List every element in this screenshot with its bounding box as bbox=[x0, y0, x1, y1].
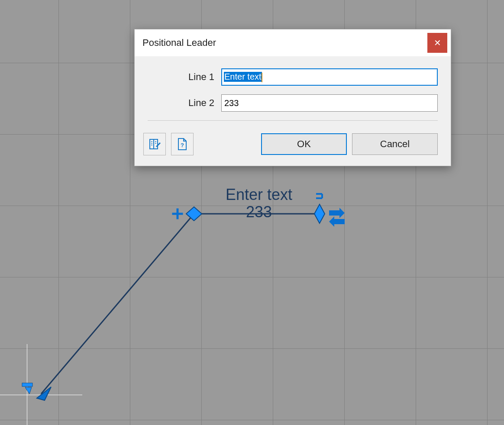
cursor-crosshair-horizontal bbox=[0, 395, 82, 395]
cancel-label: Cancel bbox=[380, 138, 410, 150]
cancel-button[interactable]: Cancel bbox=[352, 133, 438, 155]
cursor-crosshair-vertical bbox=[27, 344, 27, 425]
dialog-titlebar[interactable]: Positional Leader ✕ bbox=[135, 29, 451, 56]
dialog-separator bbox=[148, 120, 438, 121]
line1-label: Line 1 bbox=[148, 71, 221, 83]
line1-row: Line 1 Enter text bbox=[148, 68, 438, 86]
close-icon: ✕ bbox=[434, 38, 441, 48]
ok-label: OK bbox=[297, 138, 311, 150]
line2-input[interactable] bbox=[221, 94, 438, 112]
line1-selected-text: Enter text bbox=[224, 72, 262, 82]
text-caret bbox=[262, 73, 262, 82]
help-button[interactable]: ? bbox=[171, 133, 194, 155]
udf-settings-button[interactable] bbox=[143, 133, 166, 155]
notebook-edit-icon bbox=[149, 138, 161, 150]
dialog-footer: ? OK Cancel bbox=[135, 133, 451, 166]
svg-text:?: ? bbox=[181, 142, 184, 148]
dialog-body: Line 1 Enter text Line 2 bbox=[135, 56, 451, 133]
dialog-title: Positional Leader bbox=[142, 37, 216, 48]
ok-button[interactable]: OK bbox=[261, 133, 347, 155]
svg-marker-18 bbox=[156, 142, 161, 147]
help-document-icon: ? bbox=[177, 138, 188, 151]
line1-input[interactable]: Enter text bbox=[221, 68, 438, 86]
positional-leader-dialog: Positional Leader ✕ Line 1 Enter text Li… bbox=[134, 29, 451, 166]
line2-row: Line 2 bbox=[148, 94, 438, 112]
line2-label: Line 2 bbox=[148, 97, 221, 109]
close-button[interactable]: ✕ bbox=[427, 33, 447, 53]
